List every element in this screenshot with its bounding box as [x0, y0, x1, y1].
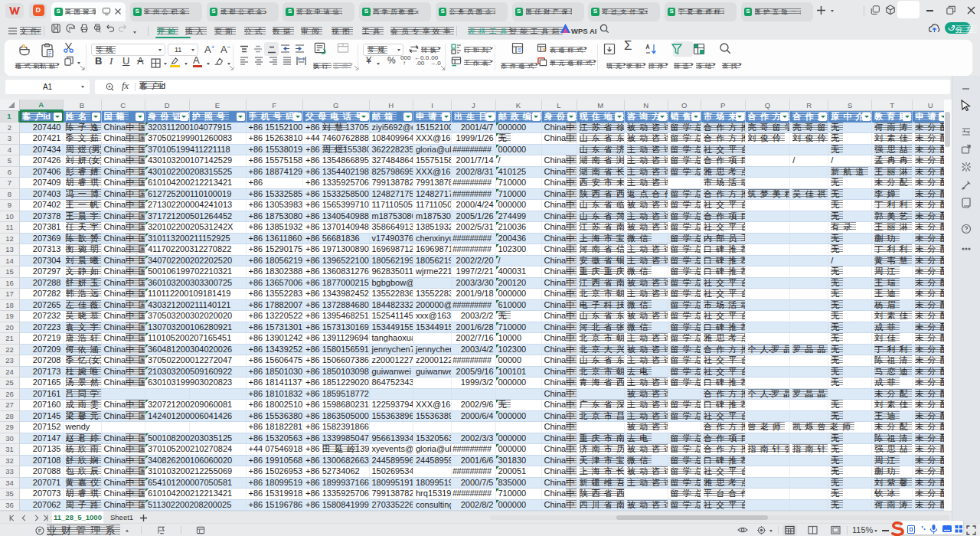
- svg-text:P: P: [69, 26, 73, 31]
